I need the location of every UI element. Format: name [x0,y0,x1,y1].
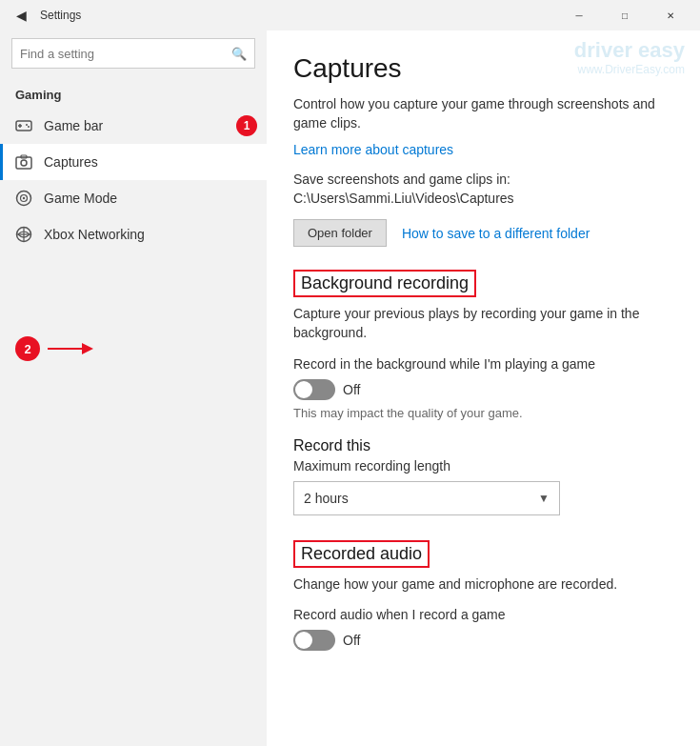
record-this-heading: Record this [293,437,673,454]
open-folder-button[interactable]: Open folder [293,219,387,247]
xbox-networking-icon [15,226,32,243]
dropdown-arrow-icon: ▼ [538,492,550,505]
restore-button[interactable]: □ [603,0,647,30]
background-recording-toggle[interactable] [293,379,335,400]
sidebar-item-xbox-networking[interactable]: Xbox Networking [0,216,267,252]
recorded-audio-toggle-label: Record audio when I record a game [293,607,673,622]
svg-point-4 [28,126,30,128]
close-button[interactable]: ✕ [649,0,692,30]
sidebar-item-game-bar-label: Game bar [44,118,103,133]
toggle-state-label-bg: Off [343,382,360,397]
background-recording-desc: Capture your previous plays by recording… [293,305,673,342]
title-bar: ◀ Settings ─ □ ✕ [0,0,700,30]
main-layout: 🔍 Gaming Game bar 1 [0,30,700,746]
page-title: Captures [293,53,673,84]
minimize-button[interactable]: ─ [557,0,601,30]
recorded-audio-heading: Recorded audio [293,540,430,568]
sidebar-item-game-mode[interactable]: Game Mode [0,180,267,216]
game-mode-icon [15,190,32,207]
window-controls: ─ □ ✕ [557,0,692,30]
record-this-section: Record this Maximum recording length 2 h… [293,437,673,515]
recorded-audio-desc: Change how your game and microphone are … [293,575,673,595]
learn-more-link[interactable]: Learn more about captures [293,142,453,157]
sidebar-section-title: Gaming [0,80,267,108]
recorded-audio-section: Recorded audio Change how your game and … [293,536,673,652]
search-icon: 🔍 [231,47,247,61]
folder-row: Open folder How to save to a different f… [293,219,673,247]
sidebar-arrow-2 [46,339,93,358]
annotation-badge-1: 1 [236,115,257,136]
background-recording-section: Background recording Capture your previo… [293,266,673,419]
background-recording-toggle-label: Record in the background while I'm playi… [293,356,673,372]
dropdown-value: 2 hours [304,491,349,506]
back-button[interactable]: ◀ [8,2,34,29]
search-box[interactable]: 🔍 [11,38,255,69]
max-recording-label: Maximum recording length [293,458,673,474]
background-recording-heading: Background recording [293,270,476,297]
dropdown-row: 2 hours ▼ [293,481,673,515]
content-description: Control how you capture your game throug… [293,95,673,132]
save-path: Save screenshots and game clips in: C:\U… [293,171,673,208]
svg-point-3 [26,124,28,126]
sidebar-item-game-bar[interactable]: Game bar 1 [0,108,267,144]
search-input[interactable] [20,47,231,61]
svg-rect-5 [16,157,31,169]
toggle-knob [295,381,312,398]
impact-text: This may impact the quality of your game… [293,406,673,420]
toggle-knob-audio [295,632,312,649]
svg-point-10 [23,197,25,199]
toggle-state-label-audio: Off [343,633,360,648]
max-recording-dropdown[interactable]: 2 hours ▼ [293,481,560,515]
sidebar-item-xbox-networking-label: Xbox Networking [44,227,145,242]
recorded-audio-toggle[interactable] [293,630,335,651]
game-bar-icon [15,117,32,134]
sidebar-item-game-mode-label: Game Mode [44,191,117,206]
sidebar: 🔍 Gaming Game bar 1 [0,30,267,746]
different-folder-link[interactable]: How to save to a different folder [402,226,590,241]
captures-icon [15,153,32,171]
title-bar-label: Settings [40,9,81,22]
svg-point-6 [21,160,27,166]
sidebar-item-captures[interactable]: Captures [0,144,267,180]
sidebar-annotation-2: 2 [15,336,40,361]
content-area: driver easy www.DriverEasy.com Captures … [267,30,700,746]
sidebar-item-captures-label: Captures [44,154,98,170]
